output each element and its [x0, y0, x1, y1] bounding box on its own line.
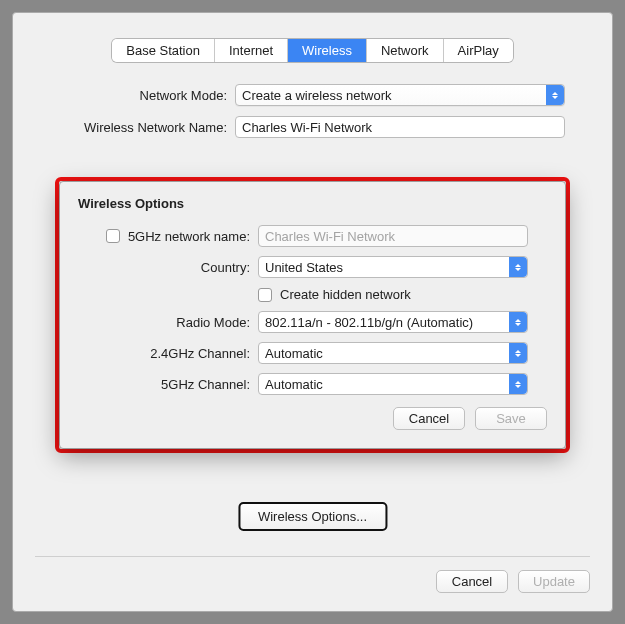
ch5-value: Automatic [265, 377, 323, 392]
radio-mode-select[interactable]: 802.11a/n - 802.11b/g/n (Automatic) [258, 311, 528, 333]
network-name-label: Wireless Network Name: [35, 120, 235, 135]
cancel-button[interactable]: Cancel [393, 407, 465, 430]
network-name-row: Wireless Network Name: Charles Wi-Fi Net… [35, 116, 590, 138]
radio-mode-value: 802.11a/n - 802.11b/g/n (Automatic) [265, 315, 473, 330]
ch24-select[interactable]: Automatic [258, 342, 528, 364]
tab-base-station[interactable]: Base Station [112, 39, 215, 62]
radio-mode-label: Radio Mode: [78, 315, 258, 330]
ghz5-name-row: 5GHz network name: Charles Wi-Fi Network [78, 225, 547, 247]
footer-buttons: Cancel Update [436, 570, 590, 593]
preferences-window: Base Station Internet Wireless Network A… [12, 12, 613, 612]
ch5-select[interactable]: Automatic [258, 373, 528, 395]
hidden-network-checkbox[interactable] [258, 288, 272, 302]
hidden-network-row: Create hidden network [78, 287, 547, 302]
network-mode-select[interactable]: Create a wireless network [235, 84, 565, 106]
updown-icon [509, 374, 527, 394]
network-name-input[interactable]: Charles Wi-Fi Network [235, 116, 565, 138]
tab-wireless[interactable]: Wireless [288, 39, 367, 62]
ghz5-name-input[interactable]: Charles Wi-Fi Network [258, 225, 528, 247]
country-label: Country: [78, 260, 258, 275]
save-button: Save [475, 407, 547, 430]
separator [35, 556, 590, 557]
ghz5-name-checkbox[interactable] [106, 229, 120, 243]
updown-icon [509, 257, 527, 277]
network-mode-row: Network Mode: Create a wireless network [35, 84, 590, 106]
dialog-title: Wireless Options [78, 196, 547, 211]
radio-mode-row: Radio Mode: 802.11a/n - 802.11b/g/n (Aut… [78, 311, 547, 333]
ch24-label: 2.4GHz Channel: [78, 346, 258, 361]
footer-cancel-button[interactable]: Cancel [436, 570, 508, 593]
wireless-options-dialog: Wireless Options 5GHz network name: Char… [59, 181, 566, 449]
tab-bar: Base Station Internet Wireless Network A… [35, 39, 590, 62]
ch24-row: 2.4GHz Channel: Automatic [78, 342, 547, 364]
footer-update-button: Update [518, 570, 590, 593]
network-mode-label: Network Mode: [35, 88, 235, 103]
network-mode-value: Create a wireless network [242, 88, 392, 103]
dialog-buttons: Cancel Save [78, 407, 547, 430]
ch24-value: Automatic [265, 346, 323, 361]
ghz5-name-value: Charles Wi-Fi Network [265, 229, 395, 244]
highlight-border: Wireless Options 5GHz network name: Char… [55, 177, 570, 453]
tab-internet[interactable]: Internet [215, 39, 288, 62]
tab-airplay[interactable]: AirPlay [444, 39, 513, 62]
updown-icon [509, 343, 527, 363]
hidden-network-label: Create hidden network [280, 287, 411, 302]
ch5-label: 5GHz Channel: [78, 377, 258, 392]
country-value: United States [265, 260, 343, 275]
tab-network[interactable]: Network [367, 39, 444, 62]
updown-icon [546, 85, 564, 105]
wireless-options-button[interactable]: Wireless Options... [238, 502, 387, 531]
updown-icon [509, 312, 527, 332]
ghz5-name-label: 5GHz network name: [128, 229, 250, 244]
tabs-container: Base Station Internet Wireless Network A… [112, 39, 513, 62]
ch5-row: 5GHz Channel: Automatic [78, 373, 547, 395]
country-select[interactable]: United States [258, 256, 528, 278]
network-name-value: Charles Wi-Fi Network [242, 120, 372, 135]
country-row: Country: United States [78, 256, 547, 278]
